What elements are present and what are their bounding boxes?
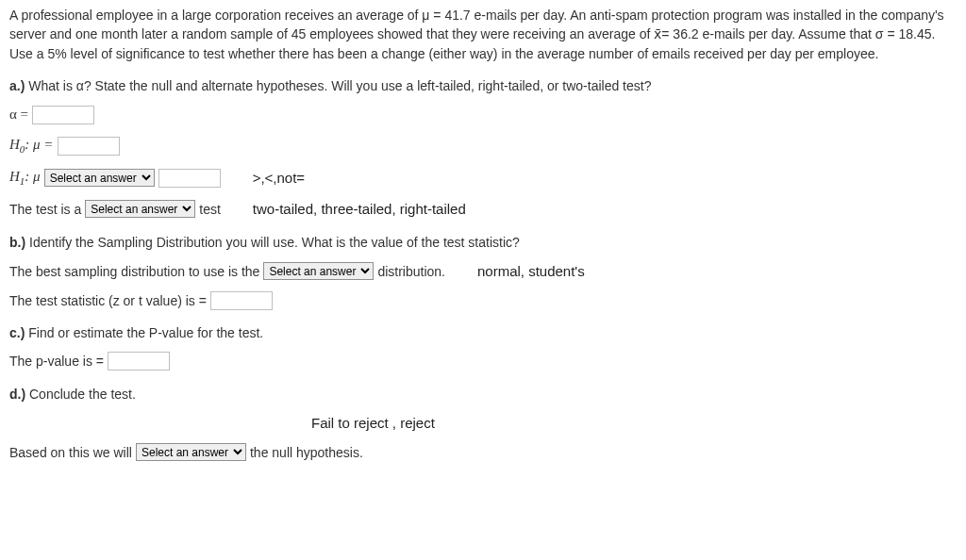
pvalue-input[interactable] [108,352,170,371]
conclusion-select[interactable]: Select an answer [136,443,246,461]
conclusion-prefix: Based on this we will [9,443,132,462]
part-d-label: d.) [9,387,25,402]
h1-operator-select[interactable]: Select an answer [44,169,155,187]
test-type-row: The test is a Select an answer test two-… [9,199,957,220]
dist-suffix: distribution. [377,262,445,281]
conclusion-hint: Fail to reject , reject [311,413,957,434]
part-c-label: c.) [9,325,25,340]
test-type-hint: two-tailed, three-tailed, right-tailed [253,199,466,220]
h1-symbol: H1: μ [9,167,41,189]
alpha-row: α = [9,105,957,125]
test-stat-input[interactable] [210,291,273,310]
dist-prefix: The best sampling distribution to use is… [9,262,259,281]
h0-input[interactable] [58,137,120,156]
part-a-prompt: a.) What is α? State the null and altern… [9,76,957,95]
h0-symbol: H0: μ = [9,135,54,157]
part-b-prompt: b.) Identify the Sampling Distribution y… [9,233,957,252]
distribution-hint: normal, student's [477,261,585,282]
part-c-prompt: c.) Find or estimate the P-value for the… [9,323,957,342]
h1-row: H1: μ Select an answer >,<,not= [9,167,957,189]
part-d-prompt: d.) Conclude the test. [9,385,957,404]
pvalue-row: The p-value is = [9,352,957,371]
part-c-text: Find or estimate the P-value for the tes… [25,325,263,340]
distribution-select[interactable]: Select an answer [263,262,374,280]
test-stat-label: The test statistic (z or t value) is = [9,291,207,310]
part-d-text: Conclude the test. [25,387,136,402]
problem-statement: A professional employee in a large corpo… [9,6,957,63]
test-prefix: The test is a [9,200,81,219]
pvalue-label: The p-value is = [9,352,104,371]
distribution-row: The best sampling distribution to use is… [9,261,957,282]
part-b-text: Identify the Sampling Distribution you w… [25,235,520,250]
part-a-text: What is α? State the null and alternate … [25,78,651,93]
part-a-label: a.) [9,78,25,93]
part-b-label: b.) [9,235,25,250]
alpha-label: α = [9,105,28,125]
alpha-input[interactable] [32,106,94,124]
test-stat-row: The test statistic (z or t value) is = [9,291,957,310]
test-type-select[interactable]: Select an answer [85,200,195,218]
conclusion-suffix: the null hypothesis. [250,443,363,462]
h1-hint: >,<,not= [253,168,305,189]
h0-row: H0: μ = [9,135,957,157]
test-suffix: test [199,200,221,219]
conclusion-row: Based on this we will Select an answer t… [9,443,957,462]
h1-value-input[interactable] [158,169,221,188]
